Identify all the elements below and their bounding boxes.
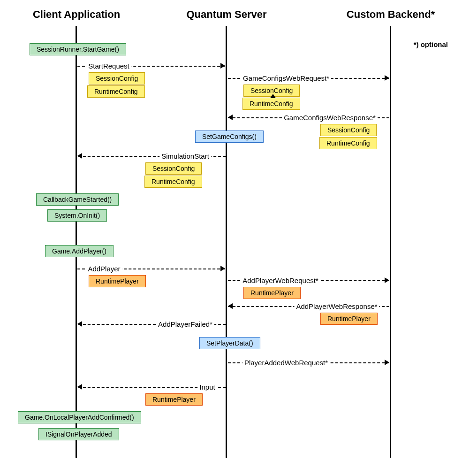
payload-apreq-runtime-player: RuntimePlayer — [243, 287, 301, 299]
msg-simstart-arrow — [77, 153, 82, 159]
msg-input-arrow — [77, 384, 82, 390]
lane-title-server: Quantum Server — [186, 8, 266, 21]
box-system-oninit: System.OnInit() — [47, 209, 107, 222]
payload-start-session-config: SessionConfig — [89, 72, 145, 84]
payload-addplayer-runtime-player: RuntimePlayer — [89, 275, 146, 287]
msg-gc-resp-label: GameConfigsWebResponse* — [282, 114, 378, 122]
payload-gcresp-runtime-config: RuntimeConfig — [319, 137, 377, 149]
msg-apreq-label: AddPlayerWebRequest* — [241, 276, 320, 284]
payload-simstart-runtime-config: RuntimeConfig — [144, 176, 202, 188]
box-set-player-data: SetPlayerData() — [199, 337, 260, 349]
box-callback-game-started: CallbackGameStarted() — [36, 193, 119, 206]
payload-start-runtime-config: RuntimeConfig — [87, 85, 145, 98]
lifeline-backend — [390, 26, 391, 458]
msg-gc-req-arrow — [385, 75, 389, 81]
lifeline-server — [226, 26, 227, 458]
msg-pawreq-label: PlayerAddedWebRequest* — [242, 359, 330, 367]
lane-title-client: Client Application — [33, 8, 120, 21]
box-isignal-player-added: ISignalOnPlayerAdded — [38, 428, 119, 440]
msg-pawreq-arrow — [385, 360, 389, 365]
msg-gc-resp-arrow — [228, 115, 233, 120]
msg-addplayer-arrow — [220, 266, 225, 271]
msg-gc-req-label: GameConfigsWebRequest* — [241, 74, 331, 82]
msg-input-label: Input — [197, 383, 217, 391]
msg-apreq-arrow — [385, 277, 389, 283]
box-onlocal-confirmed: Game.OnLocalPlayerAddConfirmed() — [18, 411, 141, 423]
box-start-game: SessionRunner.StartGame() — [30, 43, 126, 55]
msg-apfail-label: AddPlayerFailed* — [156, 320, 214, 328]
sequence-diagram: Client Application Quantum Server Custom… — [0, 0, 462, 476]
box-game-addplayer: Game.AddPlayer() — [45, 245, 114, 257]
msg-apresp-arrow — [228, 303, 233, 309]
box-set-game-configs: SetGameConfigs() — [195, 131, 264, 143]
msg-apfail-arrow — [77, 321, 82, 327]
payload-simstart-session-config: SessionConfig — [145, 162, 202, 175]
msg-simstart-label: SimulationStart — [159, 152, 211, 160]
msg-addplayer-label: AddPlayer — [86, 265, 122, 273]
payload-gcresp-session-config: SessionConfig — [320, 124, 377, 136]
payload-input-runtime-player: RuntimePlayer — [145, 393, 203, 406]
note-optional: *) optional — [414, 40, 448, 48]
msg-apresp-label: AddPlayerWebResponse* — [294, 302, 379, 310]
msg-start-request-arrow — [220, 63, 225, 69]
msg-start-request-label: StartRequest — [86, 62, 131, 70]
payload-apresp-runtime-player: RuntimePlayer — [320, 313, 378, 325]
lane-title-backend: Custom Backend* — [347, 8, 435, 21]
payload-gcreq-runtime-config: RuntimeConfig — [242, 98, 300, 110]
lifeline-client — [76, 26, 77, 458]
caret-icon — [270, 94, 276, 98]
